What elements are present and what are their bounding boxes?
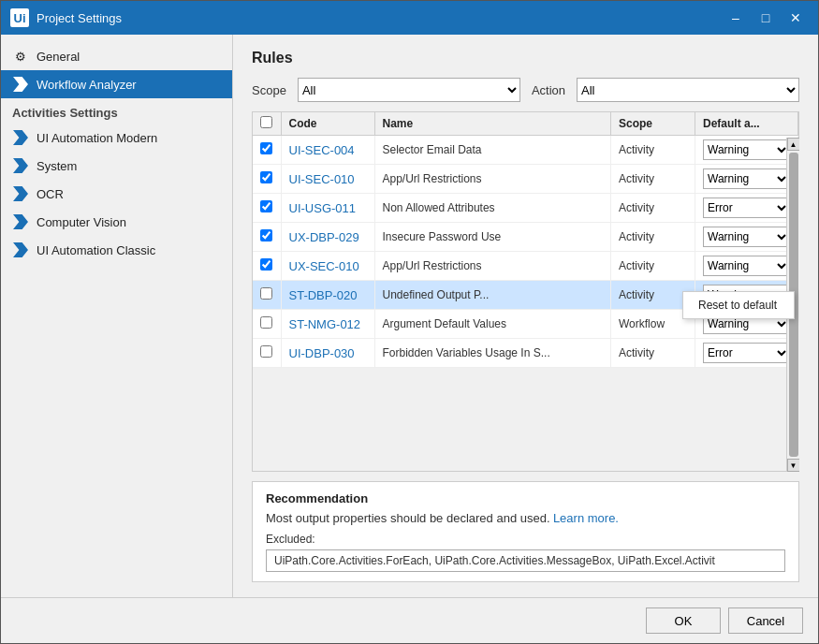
row-name: Non Allowed Attributes (374, 194, 611, 223)
sidebar-label-ocr: OCR (37, 187, 64, 201)
code-link[interactable]: UX-SEC-010 (289, 259, 359, 273)
recommendation-panel: Recommendation Most output properties sh… (252, 481, 799, 582)
table-row[interactable]: UI-SEC-010App/Url RestrictionsActivityWa… (253, 165, 798, 194)
table-row[interactable]: UI-SEC-004Selector Email DataActivityWar… (253, 136, 798, 165)
filter-row: Scope All Activity Workflow Action All W… (252, 78, 799, 102)
table-row[interactable]: UI-USG-011Non Allowed AttributesActivity… (253, 194, 798, 223)
row-checkbox-cell (253, 339, 281, 368)
sidebar-item-workflow-analyzer[interactable]: Workflow Analyzer (1, 70, 232, 98)
row-code: UI-SEC-010 (281, 165, 374, 194)
row-1-default-select[interactable]: WarningErrorInfoVerbose (703, 168, 790, 189)
row-name: Undefined Output P... (374, 281, 611, 310)
context-menu-reset[interactable]: Reset to default (683, 294, 794, 316)
row-default: WarningErrorInfoVerbose (695, 194, 798, 223)
scope-select[interactable]: All Activity Workflow (298, 78, 520, 102)
table-row[interactable]: UX-SEC-010App/Url RestrictionsActivityWa… (253, 252, 798, 281)
gear-icon: ⚙ (12, 48, 29, 65)
app-icon: Ui (10, 8, 29, 27)
sidebar-label-ui-automation-classic: UI Automation Classic (37, 243, 155, 257)
row-default: WarningErrorInfoVerbose (695, 223, 798, 252)
code-link[interactable]: UI-SEC-004 (289, 143, 355, 157)
arrow-icon-ui-modern (12, 129, 29, 146)
sidebar-item-computer-vision[interactable]: Computer Vision (1, 208, 232, 236)
row-4-default-select[interactable]: WarningErrorInfoVerbose (703, 256, 790, 276)
scroll-up-arrow[interactable]: ▲ (787, 138, 800, 151)
sidebar-item-ui-automation-classic[interactable]: UI Automation Classic (1, 236, 232, 264)
row-code: UI-DBP-030 (281, 339, 374, 368)
scroll-down-arrow[interactable]: ▼ (787, 459, 800, 472)
row-0-checkbox[interactable] (260, 142, 272, 154)
row-0-default-select[interactable]: WarningErrorInfoVerbose (703, 139, 790, 160)
row-2-checkbox[interactable] (260, 200, 272, 212)
action-select[interactable]: All Warning Error (577, 78, 799, 102)
row-3-default-select[interactable]: WarningErrorInfoVerbose (703, 227, 790, 247)
rules-table: Code Name Scope Default a... (253, 112, 798, 136)
row-7-checkbox[interactable] (260, 345, 272, 358)
row-code: UI-USG-011 (281, 194, 374, 223)
select-all-checkbox[interactable] (260, 116, 272, 128)
sidebar-item-general[interactable]: ⚙ General (1, 42, 232, 70)
row-name: Insecure Password Use (374, 223, 611, 252)
code-link[interactable]: ST-NMG-012 (289, 317, 361, 331)
sidebar-label-workflow-analyzer: Workflow Analyzer (37, 78, 137, 92)
arrow-icon-ui-classic (12, 242, 29, 258)
row-name: Argument Default Values (374, 310, 611, 339)
row-checkbox-cell (253, 194, 281, 223)
row-scope: Activity (611, 194, 695, 223)
row-checkbox-cell (253, 310, 281, 339)
main-content: Rules Scope All Activity Workflow Action… (233, 35, 818, 597)
row-name: Selector Email Data (374, 136, 611, 165)
sidebar-label-ui-automation-modern: UI Automation Modern (37, 131, 157, 145)
row-2-default-select[interactable]: WarningErrorInfoVerbose (703, 198, 790, 218)
row-scope: Activity (611, 136, 695, 165)
row-default: WarningErrorInfoVerbose (695, 339, 798, 368)
col-header-name: Name (374, 112, 611, 136)
row-1-checkbox[interactable] (260, 171, 272, 183)
project-settings-window: Ui Project Settings – □ ✕ ⚙ General Work… (0, 0, 819, 644)
code-link[interactable]: ST-DBP-020 (289, 288, 358, 302)
sidebar-label-system: System (37, 159, 77, 173)
code-link[interactable]: UX-DBP-029 (289, 230, 359, 244)
row-scope: Activity (611, 252, 695, 281)
row-checkbox-cell (253, 252, 281, 281)
close-button[interactable]: ✕ (782, 6, 809, 30)
row-4-checkbox[interactable] (260, 258, 272, 271)
row-name: App/Url Restrictions (374, 165, 611, 194)
row-checkbox-cell (253, 281, 281, 310)
sidebar-item-ocr[interactable]: OCR (1, 180, 232, 208)
row-default: WarningErrorInfoVerbose (695, 165, 798, 194)
row-code: UX-SEC-010 (281, 252, 374, 281)
sidebar-item-system[interactable]: System (1, 152, 232, 180)
row-5-checkbox[interactable] (260, 287, 272, 300)
row-name: App/Url Restrictions (374, 252, 611, 281)
row-3-checkbox[interactable] (260, 229, 272, 242)
col-header-checkbox (253, 112, 281, 136)
row-checkbox-cell (253, 165, 281, 194)
row-checkbox-cell (253, 136, 281, 165)
table-row[interactable]: UI-DBP-030Forbidden Variables Usage In S… (253, 339, 798, 368)
arrow-icon-system (12, 157, 29, 174)
row-7-default-select[interactable]: WarningErrorInfoVerbose (703, 343, 790, 363)
table-row[interactable]: UX-DBP-029Insecure Password UseActivityW… (253, 223, 798, 252)
recommendation-title: Recommendation (266, 491, 785, 505)
ok-button[interactable]: OK (646, 607, 721, 634)
activities-settings-header: Activities Settings (1, 98, 232, 124)
row-scope: Activity (611, 165, 695, 194)
row-code: UX-DBP-029 (281, 223, 374, 252)
sidebar-item-ui-automation-modern[interactable]: UI Automation Modern (1, 124, 232, 152)
cancel-button[interactable]: Cancel (728, 607, 803, 634)
code-link[interactable]: UI-USG-011 (289, 201, 357, 215)
action-label: Action (532, 83, 565, 97)
code-link[interactable]: UI-SEC-010 (289, 172, 355, 186)
row-6-checkbox[interactable] (260, 316, 272, 329)
window-title: Project Settings (37, 11, 723, 25)
excluded-value: UiPath.Core.Activities.ForEach, UiPath.C… (266, 549, 785, 572)
code-link[interactable]: UI-DBP-030 (289, 346, 355, 360)
learn-more-link[interactable]: Learn more. (553, 511, 619, 525)
row-code: ST-NMG-012 (281, 310, 374, 339)
maximize-button[interactable]: □ (753, 6, 779, 30)
arrow-icon-workflow (12, 76, 29, 93)
window-controls: – □ ✕ (723, 6, 809, 30)
col-header-code: Code (281, 112, 374, 136)
minimize-button[interactable]: – (723, 6, 749, 30)
